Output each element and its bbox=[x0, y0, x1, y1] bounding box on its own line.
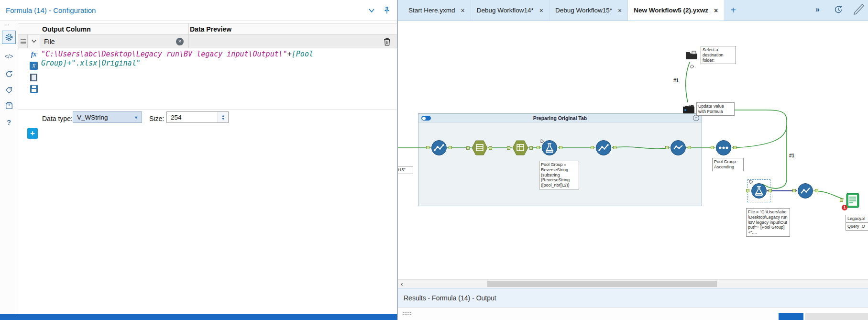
canvas-horizontal-scrollbar[interactable]: ‹ bbox=[398, 279, 868, 288]
collapse-panel-icon[interactable] bbox=[368, 8, 375, 13]
gear-badge-icon bbox=[539, 137, 544, 142]
size-value: 254 bbox=[171, 114, 182, 121]
gear-badge-icon bbox=[690, 62, 694, 71]
divider bbox=[18, 109, 397, 110]
scroll-left-icon[interactable]: ‹ bbox=[401, 280, 403, 287]
formula-expression[interactable]: "C:\Users\abc\Desktop\Legacy run\BV lega… bbox=[41, 50, 318, 68]
results-title: Results - Formula (14) - Output bbox=[404, 294, 496, 302]
container-title: Preparing Original Tab bbox=[418, 114, 702, 122]
size-stepper[interactable]: 254 ▲ ▼ bbox=[166, 111, 229, 123]
results-grip-icon[interactable] bbox=[403, 312, 404, 313]
output-column-row[interactable]: File × bbox=[18, 35, 397, 48]
column-separator bbox=[188, 23, 189, 34]
close-tab-icon[interactable]: × bbox=[618, 7, 622, 14]
add-column-button[interactable]: + bbox=[27, 128, 38, 139]
tool-chart-1[interactable] bbox=[431, 140, 447, 156]
tool-sort[interactable] bbox=[715, 140, 732, 156]
data-type-value: V_WString bbox=[77, 114, 108, 121]
output-column-name-input[interactable]: File bbox=[44, 38, 55, 45]
configuration-titlebar: Formula (14) - Configuration bbox=[0, 0, 397, 21]
help-icon[interactable]: ? bbox=[2, 115, 16, 129]
row-drag-handle-icon[interactable] bbox=[21, 39, 26, 44]
clear-field-icon[interactable]: × bbox=[176, 38, 184, 45]
close-tab-icon[interactable]: × bbox=[461, 7, 465, 14]
formula-string-token: "C:\Users\abc\Desktop\Legacy run\BV lega… bbox=[41, 50, 287, 58]
tool-table-2[interactable] bbox=[512, 140, 528, 156]
alteryx-window: Formula (14) - Configuration … bbox=[0, 0, 868, 320]
results-gray-button[interactable] bbox=[805, 313, 868, 320]
chevron-down-icon: ▼ bbox=[134, 115, 138, 120]
update-value-annotation[interactable]: Update Value with Formula bbox=[696, 102, 735, 116]
connection-label: #1 bbox=[673, 78, 679, 83]
workflow-canvas[interactable]: Preparing Original Tab ^ bbox=[398, 21, 868, 279]
tab-debug-workflow15[interactable]: Debug Workflow15* × bbox=[549, 0, 628, 21]
results-blue-button[interactable] bbox=[779, 313, 803, 320]
package-icon[interactable] bbox=[2, 99, 16, 112]
data-preview-header: Data Preview bbox=[190, 25, 231, 33]
tool-table-1[interactable] bbox=[471, 140, 487, 156]
history-icon[interactable] bbox=[834, 5, 843, 16]
output-annotation-2[interactable]: Query=O bbox=[846, 222, 868, 231]
formula-editor[interactable]: fx X "C:\Users\abc\Desktop\Legacy run\BV… bbox=[18, 48, 397, 109]
grid-header-row: Output Column Data Preview bbox=[18, 23, 397, 35]
new-tab-button[interactable]: + bbox=[724, 0, 742, 21]
refresh-icon[interactable] bbox=[2, 67, 16, 81]
tool-container[interactable]: Preparing Original Tab ^ bbox=[418, 113, 702, 206]
tool-chart-2[interactable] bbox=[595, 140, 612, 156]
workflow-pane: Start Here.yxmd × Debug Workflow14* × De… bbox=[398, 0, 868, 320]
output-annotation-1[interactable]: Legacy.xl bbox=[846, 215, 868, 223]
config-grid-area: Output Column Data Preview File × bbox=[18, 21, 397, 314]
results-panel-body bbox=[398, 308, 868, 320]
tool-chart-3[interactable] bbox=[670, 140, 686, 156]
file-formula-annotation[interactable]: File = "C:\Users\abc\Desktop\Legacy run\… bbox=[746, 208, 790, 237]
bottom-strip bbox=[0, 314, 397, 320]
pin-panel-icon[interactable] bbox=[384, 7, 390, 14]
error-count-badge: 1 bbox=[842, 205, 847, 210]
spin-up-icon[interactable]: ▲ bbox=[221, 114, 225, 117]
scrollbar-thumb[interactable] bbox=[487, 281, 717, 287]
function-fx-icon[interactable]: fx bbox=[30, 50, 38, 58]
output-column-header: Output Column bbox=[42, 25, 91, 33]
column-select-dropdown[interactable] bbox=[27, 35, 40, 48]
pencil-icon[interactable] bbox=[852, 4, 867, 16]
tag-icon[interactable] bbox=[2, 84, 16, 97]
results-panel-header[interactable]: Results - Formula (14) - Output bbox=[398, 288, 868, 308]
spin-down-icon[interactable]: ▼ bbox=[221, 117, 225, 121]
tab-new-workflow5[interactable]: New Workflow5 (2).yxwz × bbox=[628, 0, 724, 21]
folder-icon[interactable] bbox=[685, 51, 698, 62]
delete-row-icon[interactable] bbox=[383, 37, 391, 48]
panel-title: Formula (14) - Configuration bbox=[6, 6, 96, 14]
container-enabled-toggle[interactable] bbox=[421, 116, 431, 121]
workflow-tabbar: Start Here.yxmd × Debug Workflow14* × De… bbox=[398, 0, 868, 21]
select-folder-annotation[interactable]: Select a destination folder: bbox=[701, 46, 736, 64]
reference-book-icon[interactable] bbox=[30, 73, 38, 81]
panel-grip-icon: … bbox=[4, 20, 10, 27]
tool-container-header[interactable]: Preparing Original Tab ^ bbox=[418, 114, 702, 122]
formula-operator-token: + bbox=[67, 59, 71, 67]
connection-label: #1 bbox=[789, 153, 794, 158]
formula-string-token: ".xlsx|Original" bbox=[71, 59, 141, 67]
tab-overflow-icon[interactable]: » bbox=[815, 5, 820, 14]
tab-start-here[interactable]: Start Here.yxmd × bbox=[403, 0, 471, 21]
partial-annotation[interactable]: t15" bbox=[398, 166, 413, 174]
data-type-label: Data type: bbox=[42, 115, 73, 122]
config-sidebar-toolbar: … </> bbox=[0, 21, 18, 314]
pool-group-annotation[interactable]: Pool Group = ReverseString (substring (R… bbox=[539, 161, 579, 189]
clapperboard-icon[interactable] bbox=[682, 103, 695, 116]
gear-badge-icon bbox=[748, 177, 753, 182]
formula-configuration-panel: Formula (14) - Configuration … bbox=[0, 0, 397, 320]
variable-x-icon[interactable]: X bbox=[30, 62, 38, 70]
close-tab-icon[interactable]: × bbox=[714, 7, 718, 14]
tool-formula-selected[interactable] bbox=[751, 183, 767, 199]
configuration-body: … </> bbox=[0, 21, 397, 314]
settings-gear-icon[interactable] bbox=[2, 31, 16, 44]
close-tab-icon[interactable]: × bbox=[539, 7, 543, 14]
sort-annotation[interactable]: Pool Group - Ascending bbox=[712, 158, 744, 171]
save-expression-icon[interactable] bbox=[30, 85, 38, 93]
code-icon[interactable]: </> bbox=[2, 50, 16, 63]
tab-debug-workflow14[interactable]: Debug Workflow14* × bbox=[471, 0, 549, 21]
column-separator bbox=[188, 35, 189, 48]
data-type-dropdown[interactable]: V_WString ▼ bbox=[73, 111, 142, 123]
tool-chart-4[interactable] bbox=[797, 183, 813, 199]
size-label: Size: bbox=[149, 115, 164, 122]
